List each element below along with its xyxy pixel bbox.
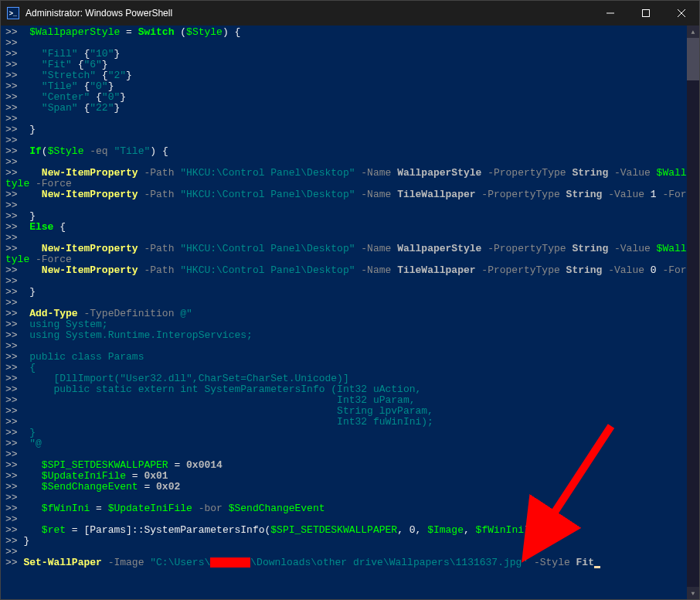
terminal-content[interactable]: >> $WallpaperStyle = Switch ($Style) { >…	[1, 26, 699, 599]
scroll-down-button[interactable]: ▼	[687, 587, 699, 599]
minimize-button[interactable]	[593, 1, 628, 26]
powershell-icon: >_	[7, 7, 19, 19]
maximize-button[interactable]	[628, 1, 664, 26]
close-button[interactable]	[664, 1, 699, 26]
scroll-up-button[interactable]: ▲	[687, 26, 699, 38]
scroll-thumb[interactable]	[687, 38, 699, 80]
keyword-switch: Switch	[138, 26, 175, 38]
keyword-else: Else	[29, 221, 53, 233]
vertical-scrollbar[interactable]: ▲ ▼	[687, 26, 699, 599]
titlebar[interactable]: >_ Administrator: Windows PowerShell	[1, 1, 699, 26]
svg-rect-1	[643, 10, 650, 17]
prompt: >>	[5, 26, 18, 38]
window-controls	[593, 1, 699, 26]
text-cursor	[594, 566, 600, 568]
cmdlet-set-wallpaper: Set-WallPaper	[23, 557, 101, 568]
window-title: Administrator: Windows PowerShell	[25, 8, 593, 19]
keyword-if: If	[29, 145, 42, 157]
powershell-window: >_ Administrator: Windows PowerShell >> …	[0, 0, 700, 600]
redacted-username	[210, 557, 250, 568]
var: $WallpaperStyle	[29, 26, 120, 38]
cmdlet-new-itemproperty: New-ItemProperty	[42, 167, 138, 179]
cmdlet-add-type: Add-Type	[29, 308, 77, 319]
app-icon-wrap: >_	[1, 7, 25, 19]
